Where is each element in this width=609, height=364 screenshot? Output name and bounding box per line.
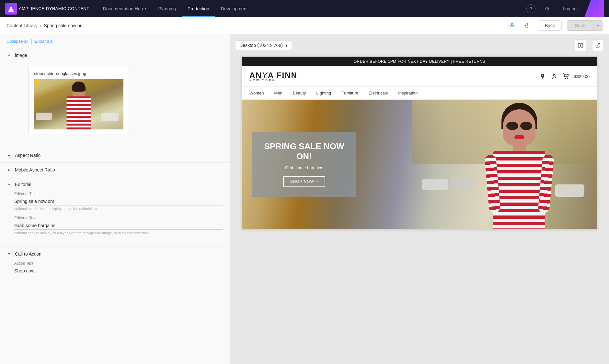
nav-item-development[interactable]: Development: [215, 0, 254, 17]
hero-banner: SPRING SALE NOW ON! Grab some bargains S…: [242, 100, 597, 229]
section-editorial: ▾ Editorial Editorial Title optional hea…: [0, 177, 230, 247]
viewport-selector[interactable]: Desktop (1024 x 768) ▾: [235, 40, 292, 50]
store-nav-beauty[interactable]: Beauty: [293, 87, 306, 99]
image-preview: [34, 79, 123, 129]
history-icon[interactable]: ⏱: [523, 20, 533, 31]
chevron-down-icon: ▾: [597, 23, 599, 28]
nav-accent: [584, 0, 604, 17]
store-icons: $329.00: [539, 73, 590, 80]
svg-point-5: [567, 78, 568, 79]
preview-toolbar: Desktop (1024 x 768) ▾: [235, 39, 604, 51]
hero-title: SPRING SALE NOW ON!: [264, 141, 344, 161]
save-button[interactable]: Save: [567, 20, 593, 31]
section-expand-icon: ▾: [6, 252, 12, 256]
store-announcement: ORDER BEFORE 1PM FOR NEXT DAY DELIVERY |…: [242, 57, 597, 66]
hero-subtitle: Grab some bargains: [264, 166, 344, 171]
section-collapse-icon: ▸: [6, 153, 12, 158]
section-aspect-ratio-header[interactable]: ▸ Aspect Ratio: [0, 148, 230, 162]
viewport-chevron-icon: ▾: [285, 43, 288, 48]
section-image-header[interactable]: ▾ image: [0, 48, 230, 62]
cart-icon[interactable]: [563, 73, 569, 80]
cta-section-content: Action Text: [0, 261, 230, 287]
preview-eye-icon[interactable]: 👁: [507, 20, 517, 31]
left-panel: Collapse all | Expand all ▾ image stripe…: [0, 34, 230, 364]
field-editorial-text-input[interactable]: [14, 222, 223, 230]
field-editorial-text-hint: editorial copy to display as a layer ove…: [14, 231, 223, 235]
hero-cta-button[interactable]: SHOP NOW >: [283, 176, 326, 187]
location-icon[interactable]: [539, 73, 546, 80]
nav-item-documentation[interactable]: Documentation Hub ▾: [97, 0, 153, 17]
breadcrumb-actions: 👁 ⏱ Back Save ▾: [507, 20, 603, 31]
section-call-to-action: ▾ Call to Action Action Text: [0, 247, 230, 287]
section-expand-icon: ▾: [6, 182, 12, 187]
nav-item-production[interactable]: Production: [182, 0, 215, 17]
field-editorial-text: Editorial Text editorial copy to display…: [14, 216, 223, 235]
brand-name: AMPLIENCE DYNAMIC CONTENT: [19, 6, 89, 11]
image-card-filename: stripedshirt-sunglasses.jpeg: [34, 71, 123, 76]
store-nav-women[interactable]: Women: [249, 87, 264, 99]
compare-icon[interactable]: [575, 39, 586, 51]
collapse-all-link[interactable]: Collapse all: [6, 39, 28, 44]
store-nav-lighting[interactable]: Lighting: [316, 87, 331, 99]
brand-logo-area: AMPLIENCE DYNAMIC CONTENT: [5, 3, 89, 15]
svg-point-4: [565, 78, 566, 79]
field-editorial-title-input[interactable]: [14, 197, 223, 205]
store-cart-total: $329.00: [574, 74, 590, 79]
svg-marker-0: [8, 6, 14, 12]
section-image-title: image: [15, 53, 27, 58]
svg-rect-2: [581, 43, 583, 47]
store-logo: ANYA FINN NEW YORK: [249, 71, 297, 82]
breadcrumb-current: Spring sale now on: [44, 23, 83, 28]
section-editorial-header[interactable]: ▾ Editorial: [0, 177, 230, 192]
expand-all-link[interactable]: Expand all: [35, 39, 54, 44]
field-editorial-title-hint: optional header text to display above th…: [14, 207, 223, 211]
logout-button[interactable]: Log out: [559, 4, 582, 13]
save-button-group: Save ▾: [567, 20, 603, 31]
help-icon[interactable]: ?: [526, 4, 535, 13]
section-expand-icon: ▾: [6, 53, 12, 58]
save-dropdown-button[interactable]: ▾: [593, 20, 603, 31]
image-section-content: stripedshirt-sunglasses.jpeg: [0, 66, 230, 148]
breadcrumb-separator: /: [40, 23, 41, 28]
collapse-bar: Collapse all | Expand all: [0, 34, 230, 48]
viewport-label: Desktop (1024 x 768): [239, 43, 283, 48]
store-nav-furniture[interactable]: Furniture: [341, 87, 358, 99]
section-cta-header[interactable]: ▾ Call to Action: [0, 247, 230, 261]
field-action-text: Action Text: [14, 261, 223, 275]
store-nav: Women Men Beauty Lighting Furniture Elec…: [242, 87, 597, 100]
store-nav-electricals[interactable]: Electricals: [369, 87, 388, 99]
store-header: ANYA FINN NEW YORK $329.00: [242, 66, 597, 87]
chevron-down-icon: ▾: [145, 7, 146, 10]
account-icon[interactable]: [551, 73, 557, 80]
nav-item-planning[interactable]: Planning: [152, 0, 182, 17]
image-card: stripedshirt-sunglasses.jpeg: [29, 66, 129, 135]
external-link-icon[interactable]: [592, 39, 604, 51]
section-aspect-ratio-title: Aspect Ratio: [15, 153, 40, 158]
field-action-text-label: Action Text: [14, 261, 223, 266]
section-editorial-title: Editorial: [15, 182, 31, 187]
field-editorial-title: Editorial Title optional header text to …: [14, 192, 223, 211]
section-cta-title: Call to Action: [15, 251, 41, 257]
editorial-section-content: Editorial Title optional header text to …: [0, 192, 230, 247]
collapse-sep: |: [31, 38, 32, 44]
hero-overlay: SPRING SALE NOW ON! Grab some bargains S…: [252, 132, 356, 197]
svg-point-3: [553, 74, 555, 76]
store-nav-men[interactable]: Men: [274, 87, 282, 99]
svg-rect-1: [578, 43, 580, 47]
field-action-text-input[interactable]: [14, 267, 223, 275]
section-mobile-aspect-ratio-header[interactable]: ▸ Mobile Aspect Ratio: [0, 163, 230, 177]
brand-logo-icon: [5, 3, 17, 15]
back-button[interactable]: Back: [538, 20, 562, 31]
settings-icon[interactable]: ⚙: [542, 4, 552, 14]
section-aspect-ratio: ▸ Aspect Ratio: [0, 148, 230, 163]
section-mobile-aspect-ratio-title: Mobile Aspect Ratio: [15, 167, 55, 172]
field-editorial-text-label: Editorial Text: [14, 216, 223, 220]
right-panel: Desktop (1024 x 768) ▾ ORDER BEFORE 1PM …: [230, 34, 609, 364]
nav-right: ? ⚙ Log out: [526, 4, 582, 14]
section-collapse-icon: ▸: [6, 168, 12, 172]
store-preview: ORDER BEFORE 1PM FOR NEXT DAY DELIVERY |…: [241, 56, 598, 229]
section-mobile-aspect-ratio: ▸ Mobile Aspect Ratio: [0, 163, 230, 177]
breadcrumb-parent[interactable]: Content Library: [6, 23, 38, 28]
top-nav: AMPLIENCE DYNAMIC CONTENT Documentation …: [0, 0, 609, 17]
store-nav-inspiration[interactable]: Inspiration: [398, 87, 418, 99]
